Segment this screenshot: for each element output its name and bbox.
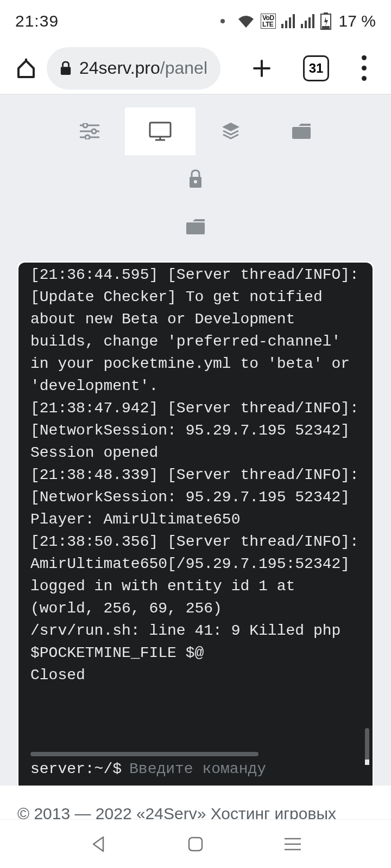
square-home-icon [187,836,204,852]
svg-point-17 [85,135,90,139]
console-prompt[interactable]: server:~/$ Введите команду [18,754,373,789]
command-input[interactable]: Введите команду [129,758,266,780]
status-indicators: VoDLTE 17 % [220,12,376,30]
page-content: [21:36:44.595] [Server thread/INFO]: [Up… [0,94,391,819]
svg-point-15 [92,129,96,133]
nav-recent-button[interactable] [283,837,302,851]
volte-icon: VoDLTE [261,14,276,29]
url-text: 24serv.pro/panel [79,58,207,78]
battery-icon [320,12,331,30]
tab-console[interactable] [125,107,195,155]
folder-icon [291,123,312,140]
folder-icon [185,218,206,235]
url-bar[interactable]: 24serv.pro/panel [47,47,220,90]
panel-tabs [0,94,391,257]
status-time: 21:39 [15,12,59,30]
svg-rect-2 [289,17,291,28]
vertical-scrollbar-end [365,760,369,765]
console[interactable]: [21:36:44.595] [Server thread/INFO]: [Up… [18,263,373,793]
lock-icon [60,60,72,76]
horizontal-scrollbar[interactable] [30,752,258,756]
tab-folder[interactable] [266,107,337,155]
console-panel: [21:36:44.595] [Server thread/INFO]: [Up… [17,261,374,794]
new-tab-button[interactable] [245,52,278,85]
padlock-icon [188,169,203,189]
svg-rect-11 [61,67,71,75]
system-nav-bar [0,819,391,868]
signal-icon [281,14,295,28]
console-log[interactable]: [21:36:44.595] [Server thread/INFO]: [Up… [18,263,373,749]
svg-rect-5 [305,21,307,28]
menu-button[interactable] [353,52,375,85]
svg-rect-4 [301,24,303,28]
monitor-icon [149,122,172,141]
tabs-count: 31 [309,61,324,76]
svg-rect-0 [281,24,283,28]
home-icon [15,58,37,79]
status-bar: 21:39 VoDLTE 17 % [0,0,391,42]
triangle-back-icon [89,835,108,853]
layers-icon [221,122,241,141]
svg-rect-10 [322,26,330,29]
vertical-scrollbar[interactable] [365,728,369,761]
kebab-dot-icon [362,76,367,81]
svg-rect-6 [308,17,311,28]
notification-dot-icon [220,19,225,23]
prompt-prefix: server:~/$ [30,758,122,780]
kebab-dot-icon [362,55,367,60]
svg-rect-7 [312,14,314,28]
home-button[interactable] [14,56,38,80]
tab-lock[interactable] [160,155,231,203]
browser-bar: 24serv.pro/panel 31 [0,42,391,94]
battery-percent: 17 % [339,12,376,30]
tab-layers[interactable] [195,107,266,155]
svg-rect-1 [285,21,287,28]
tabs-button[interactable]: 31 [303,55,329,81]
footer: © 2013 — 2022 «24Serv» Хостинг игровых [0,786,391,824]
svg-rect-18 [150,123,171,137]
kebab-dot-icon [362,66,367,71]
svg-rect-3 [293,14,295,28]
sliders-icon [80,123,99,139]
svg-rect-21 [292,127,311,139]
nav-back-button[interactable] [89,835,108,853]
tab-settings[interactable] [54,107,125,155]
plus-icon [251,58,273,79]
svg-rect-25 [189,838,202,851]
nav-home-button[interactable] [187,836,204,852]
tab-folder2[interactable] [160,203,231,251]
svg-rect-24 [186,222,205,234]
svg-point-13 [83,123,87,127]
wifi-icon [237,14,255,28]
svg-point-23 [194,180,197,183]
signal2-icon [301,14,315,28]
hamburger-recent-icon [283,837,302,851]
